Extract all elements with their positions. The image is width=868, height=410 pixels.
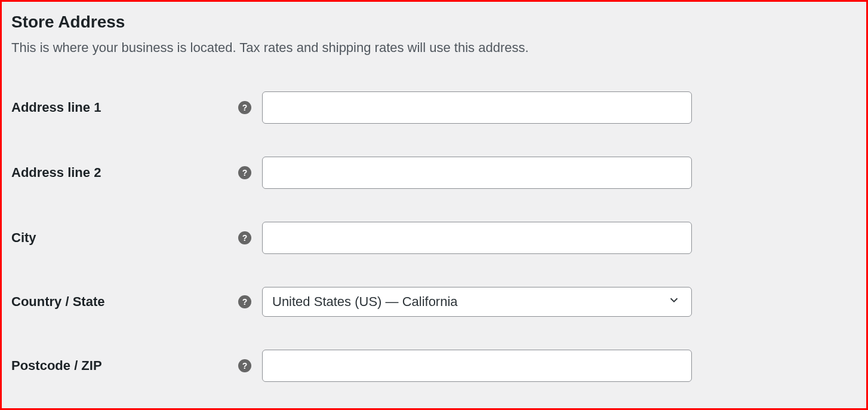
address-line-1-input[interactable] — [262, 91, 692, 124]
section-title: Store Address — [11, 13, 857, 32]
help-icon[interactable]: ? — [238, 231, 251, 244]
store-address-panel: Store Address This is where your busines… — [0, 0, 868, 410]
country-state-select[interactable]: United States (US) — California — [262, 287, 692, 317]
country-state-value: United States (US) — California — [272, 294, 458, 310]
city-label: City — [11, 230, 238, 246]
address-line-2-row: Address line 2 ? — [11, 157, 857, 189]
country-state-label: Country / State — [11, 294, 238, 310]
country-state-row: Country / State ? United States (US) — C… — [11, 287, 857, 317]
city-input[interactable] — [262, 222, 692, 254]
postcode-input[interactable] — [262, 350, 692, 382]
postcode-row: Postcode / ZIP ? — [11, 350, 857, 382]
help-icon[interactable]: ? — [238, 101, 251, 114]
postcode-label: Postcode / ZIP — [11, 358, 238, 374]
city-row: City ? — [11, 222, 857, 254]
help-icon[interactable]: ? — [238, 295, 251, 308]
address-line-1-row: Address line 1 ? — [11, 91, 857, 124]
help-icon[interactable]: ? — [238, 359, 251, 372]
chevron-down-icon — [667, 293, 681, 310]
help-icon[interactable]: ? — [238, 166, 251, 179]
address-line-1-label: Address line 1 — [11, 100, 238, 115]
address-line-2-label: Address line 2 — [11, 165, 238, 180]
section-description: This is where your business is located. … — [11, 40, 857, 56]
address-line-2-input[interactable] — [262, 157, 692, 189]
